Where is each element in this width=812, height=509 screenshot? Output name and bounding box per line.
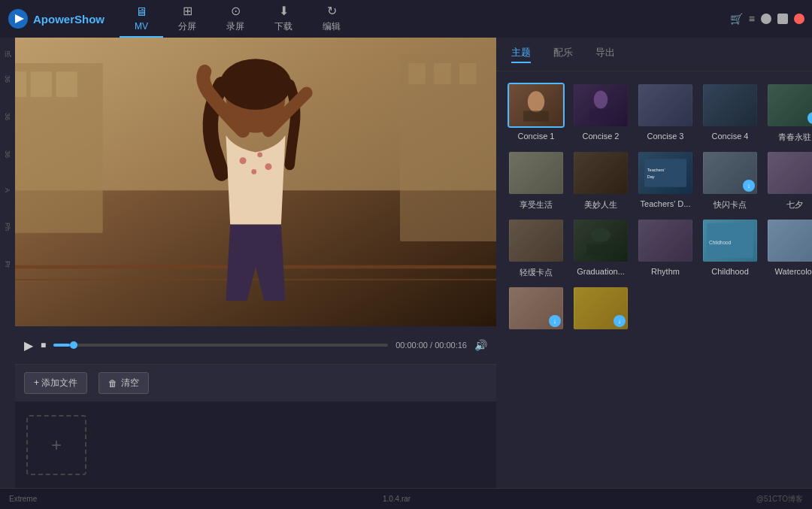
theme-label-graduation: Graduation...: [577, 267, 625, 276]
thumbnail-strip: +: [15, 401, 496, 488]
clear-button[interactable]: 🗑 清空: [98, 372, 149, 394]
theme-item-teachers[interactable]: Teachers' Day Teachers' D...: [637, 150, 694, 211]
watermark: @51CTO博客: [756, 494, 803, 504]
sidebar-label-a: A: [4, 188, 11, 192]
theme-label-childhood: Childhood: [711, 267, 749, 276]
tab-export[interactable]: 导出: [595, 46, 615, 63]
theme-item-concise2[interactable]: Concise 2: [572, 83, 629, 143]
theme-label-light: 轻缓卡点: [520, 267, 553, 278]
app-window: ApowerShow 🖥 MV ⊞ 分屏 ⊙ 录屏 ⬇ 下载 ↻ 编辑: [0, 0, 812, 509]
theme-thumb-beautiful: [572, 150, 629, 195]
theme-thumb-inner-concise1: [509, 84, 563, 126]
theme-item-graduation[interactable]: Graduation...: [572, 218, 629, 278]
svg-point-17: [257, 152, 262, 157]
sidebar-label-2: 36: [4, 75, 11, 83]
theme-item-concise3[interactable]: Concise 3: [637, 83, 694, 143]
progress-bar[interactable]: [53, 344, 388, 347]
theme-item-extra1[interactable]: ↓: [508, 286, 565, 335]
theme-thumb-graduation: [572, 218, 629, 263]
app-logo: ApowerShow: [8, 8, 105, 29]
theme-thumb-inner-concise4: [703, 84, 757, 126]
right-tabs: 主题 配乐 导出: [496, 38, 812, 71]
theme-thumb-concise3: [637, 83, 694, 128]
theme-item-light[interactable]: 轻缓卡点: [508, 218, 565, 278]
svg-rect-6: [31, 71, 52, 97]
svg-rect-28: [768, 84, 812, 126]
video-area[interactable]: [15, 38, 496, 326]
theme-thumb-extra2: ↓: [572, 286, 629, 331]
nav-tab-record[interactable]: ⊙ 录屏: [211, 0, 259, 38]
svg-rect-11: [459, 63, 477, 84]
download-icon: ⬇: [279, 4, 289, 18]
theme-thumb-enjoy: [508, 150, 565, 195]
video-panel: ▶ ■ 00:00:00 / 00:00:16 🔊 + 添加文件 🗑: [15, 38, 496, 488]
nav-tab-split[interactable]: ⊞ 分屏: [163, 0, 211, 38]
svg-point-18: [251, 169, 256, 174]
theme-thumb-concise2: [572, 83, 629, 128]
theme-thumb-rhythm: [637, 218, 694, 263]
time-display: 00:00:00 / 00:00:16: [395, 341, 467, 350]
controls-bar: ▶ ■ 00:00:00 / 00:00:16 🔊: [15, 326, 496, 364]
cart-button[interactable]: 🛒: [730, 14, 743, 24]
volume-icon[interactable]: 🔊: [474, 339, 487, 351]
theme-thumb-qixi: [766, 150, 812, 195]
minimize-button[interactable]: [761, 14, 771, 24]
file-toolbar: + 添加文件 🗑 清空: [15, 364, 496, 401]
svg-text:Childhood: Childhood: [709, 240, 732, 245]
nav-tab-download[interactable]: ⬇ 下载: [259, 0, 308, 38]
theme-item-beautiful[interactable]: 美妙人生: [572, 150, 629, 211]
svg-point-16: [240, 157, 247, 164]
theme-thumb-inner-concise3: [638, 84, 692, 126]
svg-text:Day: Day: [647, 174, 655, 179]
theme-thumb-concise1: [508, 83, 565, 128]
theme-item-flash[interactable]: ↓快闪卡点: [701, 150, 759, 211]
svg-point-15: [220, 59, 292, 110]
add-thumbnail-button[interactable]: +: [26, 415, 86, 475]
theme-item-extra2[interactable]: ↓: [572, 286, 629, 335]
theme-thumb-inner-light: [509, 220, 563, 262]
svg-rect-25: [589, 109, 612, 122]
theme-thumb-inner-rhythm: [638, 220, 692, 262]
bottom-left: Extreme: [9, 495, 37, 503]
version-info: 1.0.4.rar: [383, 495, 411, 503]
theme-thumb-inner-teachers: Teachers' Day: [638, 152, 692, 194]
maximize-button[interactable]: [777, 14, 788, 24]
theme-thumb-inner-watercolor: [768, 220, 812, 262]
theme-thumb-inner-youth: [768, 84, 812, 126]
theme-label-youth: 青春永驻: [778, 132, 811, 143]
svg-rect-41: [639, 220, 692, 262]
nav-tab-mv[interactable]: 🖥 MV: [120, 0, 163, 38]
theme-label-enjoy: 享受生活: [520, 199, 553, 211]
stop-button[interactable]: ■: [41, 340, 46, 350]
theme-item-childhood[interactable]: Childhood Childhood: [701, 218, 759, 278]
theme-label-qixi: 七夕: [786, 199, 803, 211]
theme-item-youth[interactable]: ↓青春永驻: [766, 83, 812, 143]
theme-thumb-light: [508, 218, 565, 263]
list-button[interactable]: ≡: [749, 14, 755, 24]
bottom-bar: Extreme 1.0.4.rar @51CTO博客: [0, 488, 812, 509]
svg-rect-7: [56, 71, 77, 97]
nav-tab-edit[interactable]: ↻ 编辑: [308, 0, 356, 38]
progress-filled: [53, 344, 70, 347]
theme-item-concise1[interactable]: Concise 1: [508, 83, 565, 143]
svg-text:Teachers': Teachers': [647, 168, 665, 172]
theme-label-rhythm: Rhythm: [651, 267, 680, 276]
theme-item-enjoy[interactable]: 享受生活: [508, 150, 565, 211]
theme-item-concise4[interactable]: Concise 4: [701, 83, 759, 143]
download-badge-extra2: ↓: [614, 315, 626, 327]
theme-thumb-inner-enjoy: [509, 152, 563, 194]
theme-thumb-extra1: ↓: [508, 286, 565, 331]
svg-rect-5: [15, 71, 26, 97]
tab-music[interactable]: 配乐: [553, 46, 573, 63]
play-button[interactable]: ▶: [24, 338, 33, 353]
theme-item-watercolor[interactable]: Watercolor: [766, 218, 812, 278]
svg-rect-45: [768, 220, 812, 262]
tab-theme[interactable]: 主题: [511, 46, 531, 63]
add-file-button[interactable]: + 添加文件: [24, 372, 87, 394]
theme-thumb-childhood: Childhood: [701, 218, 759, 263]
trash-icon: 🗑: [108, 378, 117, 389]
close-button[interactable]: [794, 14, 804, 24]
theme-label-beautiful: 美妙人生: [584, 199, 617, 211]
theme-item-rhythm[interactable]: Rhythm: [637, 218, 694, 278]
theme-item-qixi[interactable]: 七夕: [766, 150, 812, 211]
